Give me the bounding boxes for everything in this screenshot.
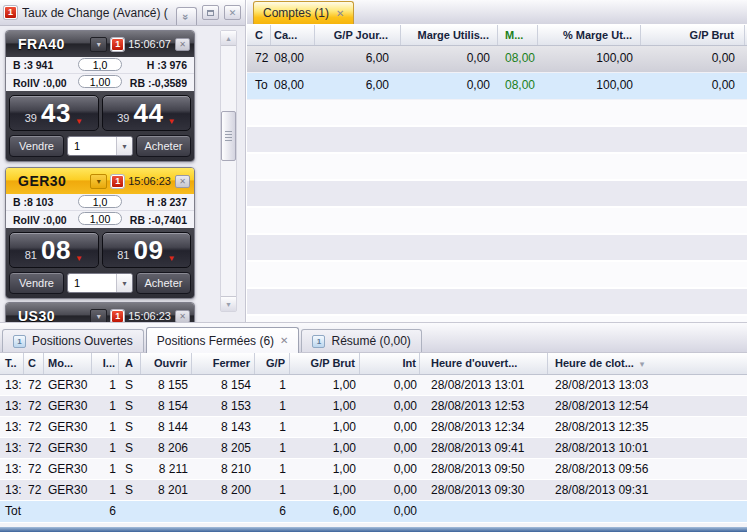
cell-c5	[119, 501, 141, 522]
tab-comptes[interactable]: Comptes (1) ✕	[253, 1, 354, 24]
column-header[interactable]: Marge Utilis...	[401, 25, 498, 45]
column-header[interactable]: Fermer	[192, 353, 255, 374]
tab-resume[interactable]: 1 Résumé (0,00)	[301, 329, 421, 352]
positions-tabbar: 1 Positions Ouvertes Positions Fermées (…	[0, 323, 747, 353]
column-header[interactable]: Ca...	[271, 25, 315, 45]
sort-desc-icon: ▾	[640, 359, 645, 369]
quote-time: 15:06:07	[128, 38, 171, 50]
column-header[interactable]: G/P Jour...	[315, 25, 401, 45]
column-header[interactable]: Int	[360, 353, 420, 374]
close-icon[interactable]: ✕	[175, 38, 190, 51]
cell-c2: 08,00	[271, 46, 315, 72]
stake-input[interactable]	[78, 212, 122, 225]
column-header[interactable]: G/P	[255, 353, 290, 374]
column-header[interactable]: M...	[498, 25, 538, 45]
cell-c7: 8 200	[192, 480, 255, 500]
buy-button[interactable]: Acheter	[136, 135, 191, 157]
cell-c4: 1	[92, 396, 119, 416]
chevron-down-icon[interactable]: ▾	[90, 174, 107, 189]
window-count-icon: 1	[312, 335, 325, 348]
column-header[interactable]: Heure d'ouvert...	[420, 353, 548, 374]
close-icon[interactable]: ✕	[175, 310, 190, 323]
cell-c10: 0,00	[360, 438, 420, 458]
cell-c4: 0,00	[401, 46, 498, 72]
scroll-down-button[interactable]: ▼	[221, 296, 236, 311]
rb-label: RB :-0,7401	[130, 214, 187, 226]
account-row[interactable]: 7208,006,000,0008,00100,000,00	[247, 46, 747, 72]
cell-c6	[141, 501, 192, 522]
cell-c6: 8 201	[141, 480, 192, 500]
chevron-down-icon[interactable]: ▾	[90, 37, 107, 52]
cell-c1: 13:	[0, 438, 24, 458]
close-icon[interactable]: ✕	[280, 335, 288, 346]
column-header[interactable]: A	[119, 353, 141, 374]
cell-c1: 13:	[0, 375, 24, 395]
symbol-label: US30	[10, 308, 86, 322]
total-row[interactable]: Tot666,000,00	[0, 501, 747, 523]
rates-scrollbar[interactable]: ▲ ▼	[220, 30, 237, 312]
quantity-select[interactable]: 1 ▾	[67, 136, 133, 156]
cell-c4: 1	[92, 375, 119, 395]
cell-c8: 1	[255, 396, 290, 416]
stake-input[interactable]	[78, 75, 122, 88]
cell-c2: 72	[24, 480, 44, 500]
chevron-down-icon[interactable]: ▾	[90, 309, 107, 323]
cell-c8: 1	[255, 480, 290, 500]
count-badge: 1	[4, 6, 17, 19]
tab-positions-fermees[interactable]: Positions Fermées (6) ✕	[146, 327, 300, 353]
close-icon[interactable]: ✕	[175, 175, 190, 188]
cell-c8: 1	[255, 438, 290, 458]
quantity-select[interactable]: 1 ▾	[67, 273, 133, 293]
cell-c1: 13:	[0, 459, 24, 479]
quote-widget-ger30: GER30 ▾ 1 15:06:23 ✕ B :8 103 H :8 237 R…	[5, 167, 195, 299]
count-badge: 1	[111, 175, 124, 188]
column-header[interactable]: G/P Brut	[290, 353, 360, 374]
spread-input[interactable]	[78, 58, 122, 71]
buy-price-button[interactable]: 39 44 ▼	[102, 95, 192, 131]
column-header[interactable]: T..	[0, 353, 24, 374]
position-row[interactable]: 13:72GER301S8 2018 20011,000,0028/08/201…	[0, 480, 747, 501]
cell-c5: S	[119, 480, 141, 500]
high-label: H :8 237	[147, 196, 187, 208]
cell-c2: 72	[24, 396, 44, 416]
position-row[interactable]: 13:72GER301S8 1448 14311,000,0028/08/201…	[0, 417, 747, 438]
count-badge: 1	[111, 38, 124, 51]
column-header[interactable]: Heure de clot...▾	[548, 353, 672, 374]
column-header[interactable]: Ouvrir	[141, 353, 192, 374]
position-row[interactable]: 13:72GER301S8 1548 15311,000,0028/08/201…	[0, 396, 747, 417]
cell-c7: 8 153	[192, 396, 255, 416]
chevron-down-icon: ▾	[116, 274, 132, 292]
cell-c5: S	[119, 417, 141, 437]
widget-header: GER30 ▾ 1 15:06:23 ✕	[6, 168, 194, 194]
scroll-up-button[interactable]: ▲	[221, 31, 236, 46]
close-icon[interactable]: ✕	[336, 8, 344, 19]
sell-button[interactable]: Vendre	[9, 135, 64, 157]
buy-button[interactable]: Acheter	[136, 272, 191, 294]
column-header[interactable]: C	[247, 25, 271, 45]
column-header[interactable]: I...	[92, 353, 119, 374]
scrollbar-thumb[interactable]	[221, 111, 236, 161]
close-button[interactable]: ✕	[224, 5, 241, 20]
column-header[interactable]: C	[24, 353, 44, 374]
collapse-button[interactable]: »	[176, 7, 197, 25]
sell-price-button[interactable]: 81 08 ▼	[9, 232, 99, 268]
tab-positions-ouvertes[interactable]: 1 Positions Ouvertes	[2, 329, 144, 352]
maximize-button[interactable]	[202, 5, 219, 20]
sell-button[interactable]: Vendre	[9, 272, 64, 294]
buy-price-button[interactable]: 81 09 ▼	[102, 232, 192, 268]
panel-title: Taux de Change (Avancé) (	[22, 6, 171, 20]
sell-price-button[interactable]: 39 43 ▼	[9, 95, 99, 131]
cell-c6: 8 211	[141, 459, 192, 479]
cell-c6: 8 206	[141, 438, 192, 458]
position-row[interactable]: 13:72GER301S8 2118 21011,000,0028/08/201…	[0, 459, 747, 480]
cell-c7: 8 205	[192, 438, 255, 458]
spread-input[interactable]	[78, 195, 122, 208]
cell-c10: 0,00	[360, 417, 420, 437]
column-header[interactable]: Mo...	[44, 353, 92, 374]
account-row[interactable]: To08,006,000,0008,00100,000,00	[247, 73, 747, 99]
column-header[interactable]: % Marge Ut...	[538, 25, 641, 45]
position-row[interactable]: 13:72GER301S8 2068 20511,000,0028/08/201…	[0, 438, 747, 459]
accounts-tabbar: Comptes (1) ✕	[247, 0, 747, 25]
position-row[interactable]: 13:72GER301S8 1558 15411,000,0028/08/201…	[0, 375, 747, 396]
column-header[interactable]: G/P Brut	[641, 25, 745, 45]
